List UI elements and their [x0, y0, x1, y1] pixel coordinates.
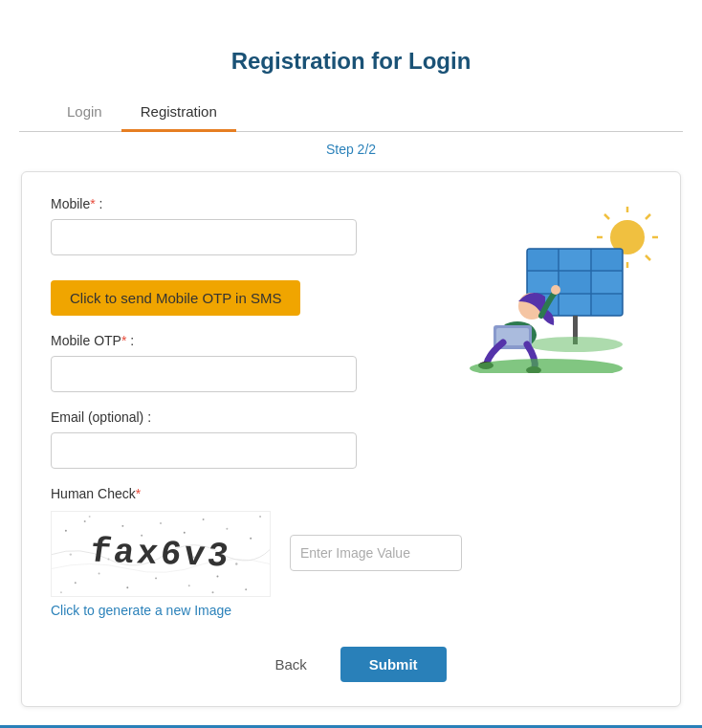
svg-rect-16: [592, 250, 622, 270]
svg-point-34: [84, 520, 86, 522]
svg-point-39: [184, 532, 186, 534]
generate-captcha-link[interactable]: Click to generate a new Image: [51, 603, 231, 618]
back-button[interactable]: Back: [255, 649, 325, 680]
captcha-input[interactable]: [290, 535, 462, 571]
svg-point-41: [226, 528, 228, 530]
svg-point-33: [65, 530, 67, 532]
mobile-input[interactable]: [51, 219, 357, 255]
svg-point-40: [203, 518, 205, 520]
svg-line-5: [604, 214, 609, 219]
send-otp-button[interactable]: Click to send Mobile OTP in SMS: [51, 280, 300, 316]
svg-rect-15: [559, 250, 590, 270]
svg-point-36: [121, 525, 123, 527]
svg-point-47: [188, 585, 190, 586]
svg-point-42: [250, 538, 252, 540]
buttons-row: Back Submit: [51, 647, 651, 682]
captcha-text: fax6v3: [88, 532, 234, 576]
human-check-label: Human Check*: [51, 486, 651, 501]
svg-point-46: [155, 577, 157, 579]
svg-line-7: [646, 214, 650, 219]
svg-point-38: [160, 522, 162, 524]
svg-point-57: [212, 591, 214, 593]
svg-rect-22: [592, 295, 622, 315]
tab-registration[interactable]: Registration: [121, 94, 236, 132]
illustration: [450, 201, 661, 373]
mobile-otp-input[interactable]: [51, 356, 357, 392]
form-card: Mobile* : Click to send Mobile OTP in SM…: [21, 171, 681, 707]
submit-button[interactable]: Submit: [340, 647, 447, 682]
email-row: Email (optional) :: [51, 409, 651, 469]
svg-point-50: [70, 553, 72, 555]
page-wrapper: Registration for Login Login Registratio…: [19, 19, 683, 728]
email-input[interactable]: [51, 432, 357, 469]
svg-point-32: [470, 359, 623, 373]
tab-login[interactable]: Login: [48, 94, 121, 132]
svg-point-43: [75, 582, 77, 584]
svg-rect-14: [528, 250, 558, 270]
captcha-row: fax6v3 Click to generate a new Image: [51, 511, 651, 618]
svg-rect-19: [592, 272, 622, 293]
svg-point-49: [245, 588, 247, 590]
svg-line-6: [646, 255, 650, 260]
svg-point-54: [235, 563, 237, 564]
page-title: Registration for Login: [231, 48, 472, 75]
human-check-section: Human Check*: [51, 486, 651, 618]
tabs-container: Login Registration: [19, 94, 683, 132]
step-indicator: Step 2/2: [19, 142, 683, 157]
svg-rect-18: [559, 272, 590, 293]
svg-point-56: [259, 516, 261, 518]
svg-point-24: [527, 337, 623, 352]
svg-point-45: [126, 586, 128, 588]
captcha-image: fax6v3: [51, 511, 271, 597]
email-label: Email (optional) :: [51, 409, 651, 425]
svg-rect-21: [559, 295, 590, 315]
svg-point-58: [89, 516, 91, 518]
svg-point-44: [99, 572, 100, 574]
svg-point-55: [60, 591, 62, 593]
svg-point-27: [551, 285, 560, 295]
